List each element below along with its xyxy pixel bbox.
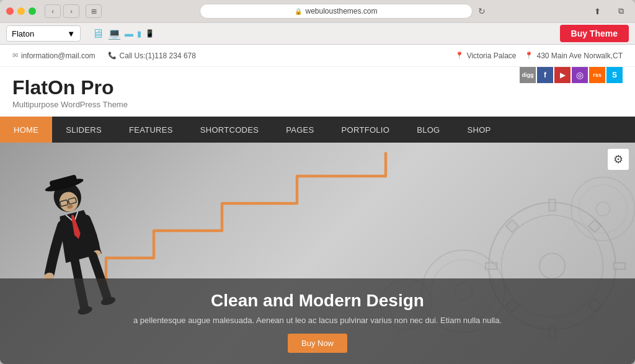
svg-point-18 — [579, 185, 628, 233]
location1-text: Victoria Palace — [467, 51, 517, 60]
youtube-social-icon[interactable]: ▶ — [554, 67, 571, 83]
location2-info: 📍 430 Main Ave Norwalk,CT — [525, 51, 623, 60]
logo-area: FlatOn Pro Multipurpose WordPress Theme — [12, 77, 128, 109]
forward-button[interactable]: › — [63, 4, 79, 18]
hero-subtitle: a pellentesque augue malesuada. Aenean u… — [0, 316, 635, 325]
svg-rect-8 — [588, 220, 601, 232]
location2-text: 430 Main Ave Norwalk,CT — [536, 51, 623, 60]
hero-section: ⚙ Clean and Modern Design a pellentesque… — [0, 143, 635, 364]
laptop-icon[interactable]: 💻 — [108, 27, 121, 40]
maximize-button[interactable] — [29, 7, 36, 15]
svg-point-2 — [540, 254, 565, 279]
close-button[interactable] — [6, 7, 14, 15]
site-subtitle: Multipurpose WordPress Theme — [12, 100, 128, 109]
desktop-icon[interactable]: 🖥 — [92, 27, 104, 41]
hero-cta-button[interactable]: Buy Now — [288, 334, 347, 353]
email-info: ✉ information@mail.com — [12, 51, 95, 60]
nav-item-shortcodes[interactable]: SHORTCODES — [187, 117, 273, 143]
mobile-icon[interactable]: 📱 — [145, 29, 154, 38]
info-bar-container: ✉ information@mail.com 📞 Call Us:(1)118 … — [0, 45, 635, 67]
location1-info: 📍 Victoria Palace — [455, 51, 517, 60]
buy-theme-button[interactable]: Buy Theme — [560, 25, 629, 42]
phone-text: Call Us:(1)118 234 678 — [120, 51, 196, 60]
facebook-social-icon[interactable]: f — [537, 67, 553, 83]
location1-icon: 📍 — [455, 51, 464, 60]
skype-social-icon[interactable]: S — [606, 67, 623, 83]
reload-button[interactable]: ↻ — [475, 4, 489, 18]
location2-icon: 📍 — [525, 51, 533, 60]
svg-point-19 — [597, 202, 611, 216]
url-bar[interactable]: 🔒 webulousthemes.com — [200, 4, 473, 19]
toolbar-row: Flaton ▼ 🖥 💻 ▬ ▮ 📱 Buy Theme — [0, 22, 635, 45]
hero-title: Clean and Modern Design — [0, 291, 635, 311]
chevron-down-icon: ▼ — [67, 29, 75, 38]
instagram-social-icon[interactable]: ◎ — [572, 67, 588, 83]
nav-menu: HOME SLIDERS FEATURES SHORTCODES PAGES P… — [0, 117, 635, 143]
device-icons: 🖥 💻 ▬ ▮ 📱 — [92, 27, 154, 41]
nav-buttons: ‹ › — [45, 4, 79, 18]
top-info-bar: ✉ information@mail.com 📞 Call Us:(1)118 … — [0, 45, 635, 67]
hero-stairs-illustration — [99, 149, 440, 285]
tablet-small-icon[interactable]: ▮ — [137, 29, 141, 38]
digg-social-icon[interactable]: digg — [520, 67, 536, 83]
nav-item-portfolio[interactable]: PORTFOLIO — [328, 117, 404, 143]
hero-overlay: Clean and Modern Design a pellentesque a… — [0, 278, 635, 364]
nav-item-shop[interactable]: SHOP — [453, 117, 504, 143]
nav-item-features[interactable]: FEATURES — [115, 117, 187, 143]
share-button[interactable]: ⬆ — [589, 4, 605, 18]
phone-info: 📞 Call Us:(1)118 234 678 — [108, 51, 196, 60]
title-bar: ‹ › ⊞ 🔒 webulousthemes.com ↻ ⬆ ⧉ — [0, 0, 635, 22]
email-text: information@mail.com — [21, 51, 95, 60]
sidebar-toggle-button[interactable]: ⊞ — [86, 4, 102, 18]
url-bar-wrap: 🔒 webulousthemes.com ↻ — [107, 4, 582, 19]
new-tab-button[interactable]: ⧉ — [613, 4, 629, 18]
back-button[interactable]: ‹ — [45, 4, 61, 18]
url-text: webulousthemes.com — [305, 7, 377, 16]
website-content: ✉ information@mail.com 📞 Call Us:(1)118 … — [0, 45, 635, 364]
nav-item-sliders[interactable]: SLIDERS — [52, 117, 115, 143]
lock-icon: 🔒 — [295, 8, 302, 15]
rss-social-icon[interactable]: rss — [589, 67, 605, 83]
info-left: ✉ information@mail.com 📞 Call Us:(1)118 … — [12, 51, 196, 60]
social-strip: digg f ▶ ◎ rss S — [520, 67, 623, 83]
theme-dropdown[interactable]: Flaton ▼ — [6, 25, 81, 42]
svg-rect-3 — [549, 199, 556, 210]
nav-item-pages[interactable]: PAGES — [272, 117, 327, 143]
svg-rect-6 — [614, 263, 625, 269]
theme-dropdown-label: Flaton — [12, 29, 34, 38]
email-icon: ✉ — [12, 51, 18, 60]
nav-item-blog[interactable]: BLOG — [403, 117, 453, 143]
phone-icon: 📞 — [108, 51, 117, 60]
svg-line-26 — [68, 202, 69, 203]
traffic-lights — [6, 7, 36, 15]
tablet-icon[interactable]: ▬ — [125, 29, 133, 38]
browser-window: ‹ › ⊞ 🔒 webulousthemes.com ↻ ⬆ ⧉ Flaton … — [0, 0, 635, 364]
minimize-button[interactable] — [17, 7, 25, 15]
nav-item-home[interactable]: HOME — [0, 117, 52, 143]
hero-settings-button[interactable]: ⚙ — [608, 149, 629, 170]
info-right: 📍 Victoria Palace 📍 430 Main Ave Norwalk… — [455, 51, 623, 60]
site-title: FlatOn Pro — [12, 77, 128, 99]
